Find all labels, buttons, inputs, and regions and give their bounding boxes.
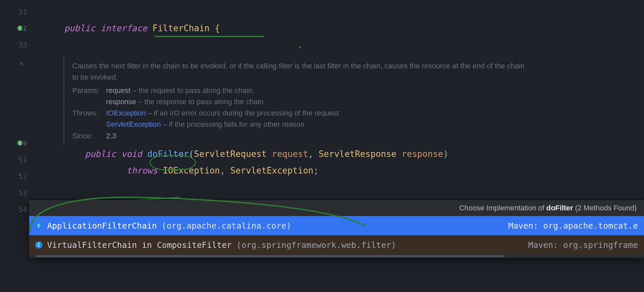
line-number[interactable]: 50 I ↓ (0, 135, 33, 151)
popup-title: Choose Implementation of doFilter (2 Met… (29, 200, 644, 216)
implementation-item[interactable]: C ApplicationFilterChain (org.apache.cat… (29, 216, 644, 235)
exception-link[interactable]: IOException (106, 109, 146, 117)
code-line[interactable]: throws IOException, ServletException; (33, 162, 644, 179)
code-line[interactable]: public interface FilterChain { (33, 20, 644, 36)
exception-link[interactable]: ServletException (106, 120, 161, 128)
annotation-underline (155, 36, 264, 37)
class-icon: C (35, 241, 42, 249)
interface-badge-icon: I (17, 26, 23, 31)
implementation-class: ApplicationFilterChain (47, 221, 157, 231)
interface-badge-icon: I (17, 140, 23, 146)
code-line[interactable]: public void doFilter(ServletRequest requ… (33, 146, 644, 162)
gutter: 31 32 I ↓ 33 ✎ 50 I ↓ 51 52 53 54 (0, 0, 33, 292)
implementation-class: VirtualFilterChain in CompositeFilter (47, 240, 232, 250)
chevron-down-icon: ↓ (23, 141, 26, 145)
line-number[interactable]: 33 (0, 36, 33, 53)
line-number[interactable]: 31 (0, 3, 33, 20)
gutter-spacer (0, 73, 33, 135)
line-number[interactable]: 53 (0, 184, 33, 201)
javadoc-tag: Params: (72, 85, 103, 96)
scrollbar-thumb[interactable] (36, 255, 505, 257)
popup-scrollbar[interactable] (29, 255, 644, 258)
line-number[interactable]: 51 (0, 151, 33, 168)
line-number[interactable]: 32 I ↓ (0, 20, 33, 36)
code-line[interactable] (33, 179, 644, 195)
javadoc-block: Causes the next filter in the chain to b… (63, 56, 528, 146)
annotation-dot (299, 46, 301, 48)
annotation-circle (150, 155, 196, 170)
javadoc-tag: Throws: (72, 108, 103, 119)
implementation-package: (org.springframework.web.filter) (236, 240, 396, 250)
implements-gutter-icon[interactable]: I ↓ (17, 140, 26, 146)
line-number[interactable]: 54 (0, 201, 33, 218)
implements-gutter-icon[interactable]: I ↓ (17, 26, 26, 31)
param-name: request (106, 86, 130, 95)
gutter-spacer: ✎ (0, 53, 33, 73)
javadoc-summary: Causes the next filter in the chain to b… (72, 60, 528, 83)
code-line[interactable] (33, 36, 644, 53)
line-number[interactable]: 52 (0, 168, 33, 184)
implementation-source: Maven: org.springframe (528, 240, 638, 250)
interface-name: FilterChain (153, 23, 210, 33)
code-line[interactable] (33, 3, 644, 20)
javadoc-tag: Since: (72, 130, 103, 142)
class-icon: C (35, 222, 42, 229)
implementation-package: (org.apache.catalina.core) (161, 221, 291, 231)
choose-implementation-popup: Choose Implementation of doFilter (2 Met… (29, 200, 644, 258)
implementation-source: Maven: org.apache.tomcat.e (508, 221, 638, 231)
since-value: 2.3 (106, 130, 116, 142)
edit-pencil-icon[interactable]: ✎ (20, 60, 24, 67)
implementation-item[interactable]: C VirtualFilterChain in CompositeFilter … (29, 235, 644, 255)
chevron-down-icon: ↓ (23, 26, 26, 31)
param-name: response (106, 98, 136, 106)
